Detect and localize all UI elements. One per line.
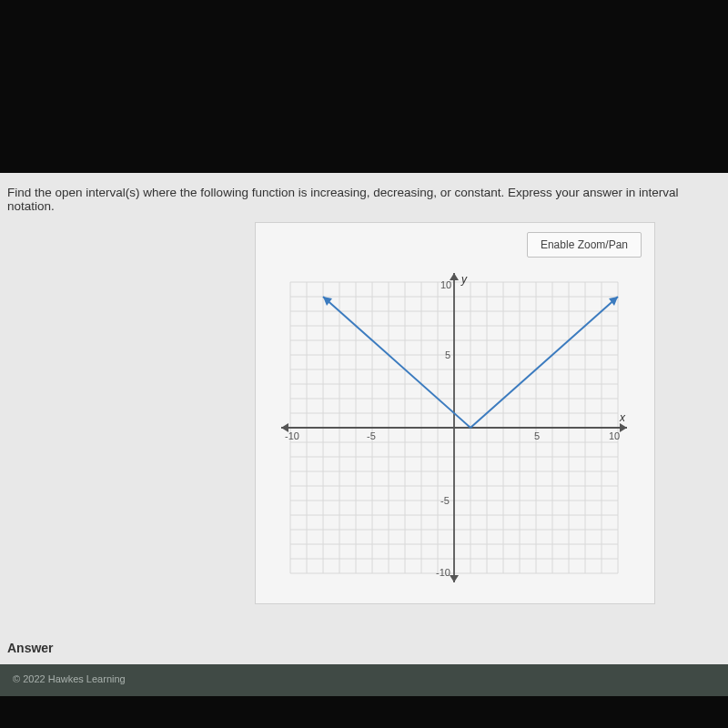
- ytick-neg10: -10: [436, 567, 450, 578]
- coordinate-graph: -10 -5 5 10 10 5 -5 -10 y x: [281, 268, 627, 587]
- ytick-pos5: 5: [445, 349, 450, 360]
- xtick-pos5: 5: [534, 430, 540, 441]
- x-axis-label: x: [619, 411, 626, 424]
- bottom-black-bar: [0, 696, 728, 728]
- svg-marker-42: [620, 423, 627, 432]
- graph-panel: Enable Zoom/Pan: [255, 222, 655, 604]
- svg-marker-45: [450, 575, 459, 582]
- svg-line-47: [470, 297, 618, 428]
- svg-line-46: [323, 297, 470, 428]
- enable-zoom-pan-button[interactable]: Enable Zoom/Pan: [527, 232, 642, 258]
- ytick-pos10: 10: [440, 279, 451, 290]
- question-prompt: Find the open interval(s) where the foll…: [0, 173, 728, 222]
- page-footer: © 2022 Hawkes Learning: [0, 664, 728, 696]
- ytick-neg5: -5: [440, 495, 450, 506]
- axes: [281, 273, 627, 582]
- content-area: Find the open interval(s) where the foll…: [0, 173, 728, 664]
- xtick-neg10: -10: [285, 430, 299, 441]
- xtick-neg5: -5: [367, 430, 376, 441]
- y-axis-label: y: [460, 273, 468, 286]
- top-black-bar: [0, 0, 728, 173]
- graph-svg: -10 -5 5 10 10 5 -5 -10 y x: [281, 268, 627, 587]
- tick-labels: -10 -5 5 10 10 5 -5 -10: [285, 279, 620, 578]
- answer-label: Answer: [7, 641, 54, 655]
- copyright-text: © 2022 Hawkes Learning: [13, 673, 126, 684]
- xtick-pos10: 10: [609, 430, 620, 441]
